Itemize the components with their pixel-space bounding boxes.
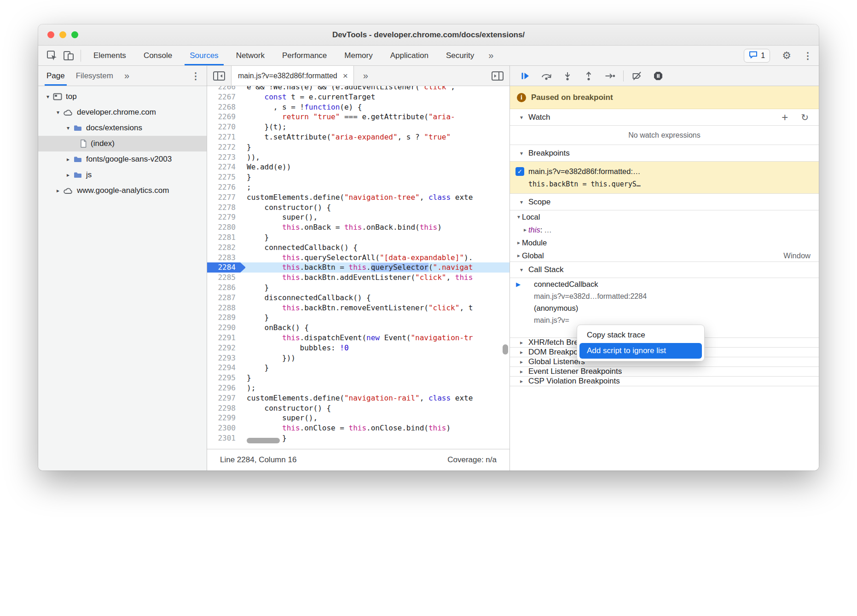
- code-text[interactable]: ;: [247, 182, 510, 192]
- line-number[interactable]: 2270: [207, 122, 240, 132]
- file-tab[interactable]: main.js?v=e382d86f:formatted ×: [231, 66, 354, 86]
- code-text[interactable]: this.dispatchEvent(new Event("navigation…: [247, 333, 510, 343]
- main-menu-kebab-icon[interactable]: ⋮: [803, 50, 812, 61]
- line-number[interactable]: 2266: [207, 86, 240, 92]
- code-text[interactable]: bubbles: !0: [247, 343, 510, 353]
- line-number[interactable]: 2274: [207, 162, 240, 172]
- expander-icon[interactable]: ▸: [64, 156, 72, 163]
- line-number[interactable]: 2280: [207, 222, 240, 232]
- line-number[interactable]: 2271: [207, 132, 240, 142]
- chevron-right-icon[interactable]: ▸: [515, 239, 522, 246]
- line-number[interactable]: 2267: [207, 92, 240, 102]
- breakpoints-section-header[interactable]: ▾ Breakpoints: [510, 145, 819, 162]
- line-number[interactable]: 2293: [207, 353, 240, 363]
- code-text[interactable]: }: [247, 433, 510, 443]
- scope-row-global[interactable]: ▸GlobalWindow: [510, 249, 819, 262]
- scope-section-header[interactable]: ▾ Scope: [510, 194, 819, 210]
- device-toolbar-icon[interactable]: [60, 48, 77, 64]
- code-text[interactable]: super(),: [247, 212, 510, 222]
- code-text[interactable]: }: [247, 172, 510, 182]
- line-number[interactable]: 2297: [207, 393, 240, 403]
- resume-script-icon[interactable]: [515, 66, 536, 86]
- call-stack-frame-anonymous[interactable]: (anonymous): [510, 302, 819, 314]
- tree-item-fonts-google-sans-v2003[interactable]: ▸fonts/google-sans-v2003: [38, 151, 207, 167]
- chevron-down-icon[interactable]: ▾: [515, 214, 522, 220]
- code-text[interactable]: , s = !function(e) {: [247, 102, 510, 112]
- tree-item-www-google-analytics-com[interactable]: ▸www.google-analytics.com: [38, 183, 207, 198]
- call-stack-frame-connectedcallback[interactable]: ▶connectedCallback: [510, 278, 819, 291]
- code-text[interactable]: customElements.define("navigation-rail",…: [247, 393, 510, 403]
- line-number[interactable]: 2281: [207, 232, 240, 243]
- scope-row-local[interactable]: ▾Local: [510, 210, 819, 223]
- expander-icon[interactable]: ▸: [64, 172, 72, 178]
- close-tab-icon[interactable]: ×: [341, 71, 350, 81]
- code-text[interactable]: onBack() {: [247, 323, 510, 333]
- code-text[interactable]: connectedCallback() {: [247, 243, 510, 253]
- line-number[interactable]: 2275: [207, 172, 240, 182]
- pause-on-exceptions-icon[interactable]: [648, 66, 669, 86]
- line-number[interactable]: 2282: [207, 243, 240, 253]
- sidebar-tab-filesystem[interactable]: Filesystem: [70, 66, 119, 86]
- call-stack-section-header[interactable]: ▾ Call Stack: [510, 262, 819, 278]
- line-number[interactable]: 2289: [207, 313, 240, 323]
- expander-icon[interactable]: ▸: [54, 187, 62, 194]
- line-number[interactable]: 2277: [207, 192, 240, 203]
- code-text[interactable]: t.setAttribute("aria-expanded", s ? "tru…: [247, 132, 510, 142]
- code-text[interactable]: )),: [247, 152, 510, 163]
- watch-section-header[interactable]: ▾ Watch + ↻: [510, 109, 819, 126]
- inspect-element-icon[interactable]: [44, 48, 60, 64]
- line-number[interactable]: 2286: [207, 283, 240, 293]
- line-number[interactable]: 2278: [207, 203, 240, 213]
- tree-item-developer-chrome-com[interactable]: ▾developer.chrome.com: [38, 105, 207, 120]
- tree-item-top[interactable]: ▾top: [38, 89, 207, 105]
- expander-icon[interactable]: ▾: [44, 93, 52, 100]
- code-text[interactable]: return "true" === e.getAttribute("aria-: [247, 112, 510, 122]
- settings-gear-icon[interactable]: ⚙: [782, 50, 791, 62]
- tab-application[interactable]: Application: [382, 46, 437, 65]
- code-text[interactable]: e && !We.has(e) && (e.addEventListener("…: [247, 86, 510, 92]
- code-text[interactable]: super(),: [247, 413, 510, 423]
- code-text[interactable]: this.backBtn = this.querySelector(".navi…: [247, 262, 510, 273]
- code-text[interactable]: this.onClose = this.onClose.bind(this): [247, 423, 510, 433]
- line-number[interactable]: 2300: [207, 423, 240, 433]
- tab-sources[interactable]: Sources: [181, 46, 227, 65]
- step-out-icon[interactable]: [578, 66, 599, 86]
- scope-row-this[interactable]: ▸this:…: [510, 223, 819, 236]
- code-text[interactable]: })): [247, 353, 510, 363]
- tree-item-index[interactable]: (index): [38, 136, 207, 151]
- scope-row-module[interactable]: ▸Module: [510, 236, 819, 249]
- code-text[interactable]: constructor() {: [247, 403, 510, 413]
- code-text[interactable]: const t = e.currentTarget: [247, 92, 510, 102]
- more-panels-icon[interactable]: »: [483, 50, 499, 61]
- close-window-button[interactable]: [47, 31, 54, 38]
- line-number[interactable]: 2284: [207, 262, 240, 273]
- step-icon[interactable]: [599, 66, 620, 86]
- more-navigator-tabs-icon[interactable]: »: [119, 70, 135, 81]
- code-text[interactable]: customElements.define("navigation-tree",…: [247, 192, 510, 203]
- line-number[interactable]: 2291: [207, 333, 240, 343]
- code-editor[interactable]: 2266e && !We.has(e) && (e.addEventListen…: [207, 86, 510, 449]
- section-csp-violation-breakpoints[interactable]: ▸CSP Violation Breakpoints: [510, 377, 819, 386]
- vertical-scrollbar[interactable]: [503, 344, 508, 354]
- line-number[interactable]: 2296: [207, 383, 240, 393]
- zoom-window-button[interactable]: [71, 31, 78, 38]
- expander-icon[interactable]: ▾: [64, 125, 72, 131]
- code-text[interactable]: );: [247, 383, 510, 393]
- code-text[interactable]: We.add(e)): [247, 162, 510, 172]
- line-number[interactable]: 2299: [207, 413, 240, 423]
- code-text[interactable]: this.backBtn.removeEventListener("click"…: [247, 303, 510, 313]
- line-number[interactable]: 2276: [207, 182, 240, 192]
- code-text[interactable]: constructor() {: [247, 203, 510, 213]
- line-number[interactable]: 2273: [207, 152, 240, 163]
- line-number[interactable]: 2279: [207, 212, 240, 222]
- line-number[interactable]: 2272: [207, 142, 240, 152]
- navigator-menu-kebab-icon[interactable]: ⋮: [191, 70, 204, 81]
- tab-performance[interactable]: Performance: [273, 46, 336, 65]
- section-event-listener-breakpoints[interactable]: ▸Event Listener Breakpoints: [510, 367, 819, 377]
- line-number[interactable]: 2301: [207, 433, 240, 443]
- tab-memory[interactable]: Memory: [336, 46, 381, 65]
- line-number[interactable]: 2298: [207, 403, 240, 413]
- code-text[interactable]: }: [247, 313, 510, 323]
- step-over-icon[interactable]: [536, 66, 557, 86]
- horizontal-scrollbar[interactable]: [247, 438, 280, 443]
